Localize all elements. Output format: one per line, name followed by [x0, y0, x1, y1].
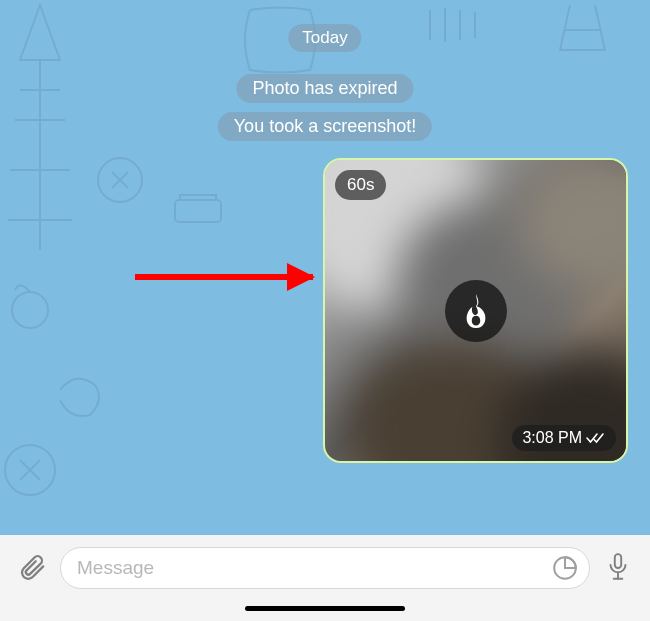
message-input-wrapper[interactable]	[60, 547, 590, 589]
sticker-icon	[552, 555, 578, 581]
disappearing-photo-message[interactable]: 60s 3:08 PM	[323, 158, 628, 463]
svg-rect-5	[615, 554, 621, 568]
timestamp-text: 3:08 PM	[522, 429, 582, 447]
system-message-expired: Photo has expired	[236, 74, 413, 103]
microphone-icon	[605, 552, 631, 582]
date-separator: Today	[288, 24, 361, 52]
voice-message-button[interactable]	[600, 547, 636, 587]
message-timestamp: 3:08 PM	[512, 425, 616, 451]
system-message-screenshot: You took a screenshot!	[218, 112, 432, 141]
svg-point-0	[12, 292, 48, 328]
photo-timer-badge: 60s	[335, 170, 386, 200]
svg-rect-2	[175, 200, 221, 222]
svg-point-3	[5, 445, 55, 495]
sticker-button[interactable]	[549, 552, 581, 584]
flame-icon	[445, 280, 507, 342]
chat-messages-area[interactable]: Today Photo has expired You took a scree…	[0, 0, 650, 535]
message-input[interactable]	[77, 557, 549, 579]
home-indicator[interactable]	[245, 606, 405, 611]
read-receipt-icon	[586, 432, 606, 444]
annotation-arrow	[135, 274, 313, 280]
attach-button[interactable]	[14, 547, 50, 587]
svg-point-1	[98, 158, 142, 202]
paperclip-icon	[17, 552, 47, 582]
